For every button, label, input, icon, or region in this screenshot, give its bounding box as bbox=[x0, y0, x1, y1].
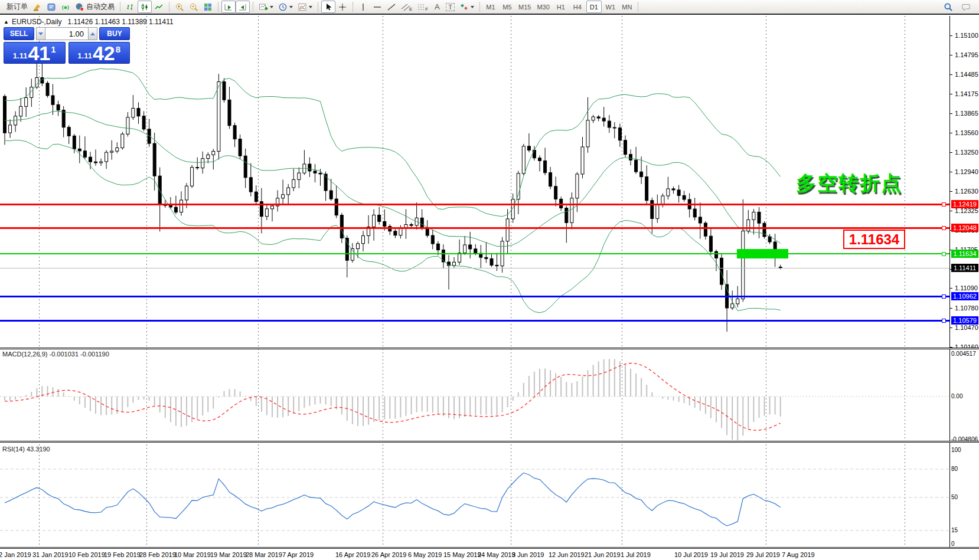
timeframe-m15[interactable]: M15 bbox=[516, 1, 533, 13]
price-tick: 1.13250 bbox=[955, 149, 978, 156]
horizontal-line-1.11634[interactable] bbox=[0, 253, 949, 254]
axis-tick-mark bbox=[950, 55, 952, 55]
horizontal-line-1.12419[interactable] bbox=[0, 204, 949, 205]
price-tick: 1.14795 bbox=[955, 51, 978, 58]
chat-bubble-icon bbox=[961, 2, 971, 12]
chat-button[interactable] bbox=[959, 1, 973, 13]
candlestick-chart-button[interactable] bbox=[138, 1, 152, 13]
date-label: 19 Mar 2019 bbox=[210, 551, 247, 558]
metaeditor-button[interactable] bbox=[44, 1, 58, 13]
line-chart-icon bbox=[154, 2, 164, 12]
price-tick: 1.13865 bbox=[955, 110, 978, 117]
highlight-zone[interactable] bbox=[737, 249, 788, 258]
auto-scroll-button[interactable] bbox=[221, 1, 236, 13]
one-click-trading-panel: SELL 1.00 BUY 1.11411 1.1142 bbox=[4, 27, 130, 64]
horizontal-line-1.10962[interactable] bbox=[0, 296, 949, 297]
rsi-scale-tick: 15 bbox=[951, 527, 958, 533]
turning-point-annotation[interactable]: 多空转折点 bbox=[796, 170, 902, 197]
crosshair-tool-button[interactable] bbox=[335, 1, 350, 13]
sell-price-button[interactable]: 1.11411 bbox=[4, 42, 66, 64]
buy-button[interactable]: BUY bbox=[99, 27, 130, 40]
price-line-label: 1.12048 bbox=[951, 224, 978, 232]
bar-chart-button[interactable] bbox=[123, 1, 138, 13]
auto-trading-icon bbox=[75, 2, 84, 12]
chart-shift-button[interactable] bbox=[236, 1, 250, 13]
new-order-button[interactable]: 新订单 bbox=[2, 1, 30, 13]
templates-button[interactable] bbox=[295, 1, 315, 13]
date-label: 10 Feb 2019 bbox=[68, 551, 105, 558]
templates-dropdown-arrow bbox=[309, 6, 312, 8]
axis-tick-mark bbox=[950, 172, 952, 172]
channel-tool-button[interactable]: E bbox=[399, 1, 415, 13]
time-axis[interactable]: 22 Jan 201931 Jan 201910 Feb 201919 Feb … bbox=[0, 550, 979, 560]
signals-button[interactable] bbox=[58, 1, 73, 13]
date-label: 12 Jun 2019 bbox=[549, 551, 585, 558]
periods-button[interactable] bbox=[276, 1, 295, 13]
axis-tick-mark bbox=[950, 191, 952, 192]
price-tick: 1.13560 bbox=[955, 129, 978, 136]
axis-tick-mark bbox=[950, 113, 952, 114]
price-tick: 1.10160 bbox=[955, 343, 978, 351]
price-tick: 1.12630 bbox=[955, 188, 978, 195]
volume-increase-button[interactable] bbox=[88, 27, 97, 40]
pane-separator[interactable] bbox=[0, 441, 979, 443]
chart-collapse-icon[interactable]: ▲ bbox=[4, 19, 9, 25]
timeframe-w1[interactable]: W1 bbox=[603, 1, 618, 13]
text-label-tool-button[interactable]: T bbox=[443, 1, 457, 13]
chevron-down-icon bbox=[38, 32, 43, 35]
zoom-out-button[interactable] bbox=[187, 1, 201, 13]
auto-trading-button[interactable]: 自动交易 bbox=[73, 1, 117, 13]
rsi-canvas[interactable] bbox=[0, 443, 949, 547]
indicators-icon bbox=[259, 2, 268, 12]
timeframe-m1[interactable]: M1 bbox=[483, 1, 498, 13]
volume-value: 1.00 bbox=[69, 30, 84, 38]
pane-separator[interactable] bbox=[0, 348, 979, 349]
timeframe-m5[interactable]: M5 bbox=[500, 1, 515, 13]
indicators-button[interactable] bbox=[256, 1, 276, 13]
macd-values: -0.001031 -0.001190 bbox=[49, 351, 109, 358]
horizontal-line-1.12048[interactable] bbox=[0, 227, 949, 229]
price-axis[interactable]: 1.151001.147951.144851.141751.138651.135… bbox=[949, 16, 979, 548]
horizontal-line-1.10579[interactable] bbox=[0, 320, 949, 322]
timeframe-mn[interactable]: MN bbox=[619, 1, 635, 13]
timeframe-h1[interactable]: H1 bbox=[553, 1, 569, 13]
cursor-tool-button[interactable] bbox=[321, 1, 335, 13]
search-button[interactable] bbox=[941, 1, 955, 13]
buy-price-button[interactable]: 1.11428 bbox=[68, 42, 130, 64]
axis-tick-mark bbox=[950, 288, 952, 289]
rsi-name: RSI(14) bbox=[2, 446, 25, 453]
level-price-box[interactable]: 1.11634 bbox=[843, 230, 905, 249]
price-line-label: 1.10579 bbox=[951, 316, 978, 325]
arrows-tool-button[interactable] bbox=[457, 1, 477, 13]
toolbar-separator bbox=[638, 2, 638, 12]
date-label: 26 Apr 2019 bbox=[371, 551, 406, 558]
horizontal-line-1.11411[interactable] bbox=[0, 268, 949, 268]
timeframe-h4[interactable]: H4 bbox=[570, 1, 585, 13]
date-label: 19 Jul 2019 bbox=[710, 551, 744, 558]
line-chart-button[interactable] bbox=[152, 1, 166, 13]
rsi-scale-tick: 50 bbox=[951, 494, 958, 500]
tile-windows-button[interactable] bbox=[201, 1, 215, 13]
fibonacci-tool-button[interactable]: F bbox=[415, 1, 430, 13]
trendline-tool-button[interactable] bbox=[384, 1, 399, 13]
zoom-in-button[interactable] bbox=[172, 1, 187, 13]
sell-button[interactable]: SELL bbox=[4, 27, 34, 40]
timeframe-m30[interactable]: M30 bbox=[534, 1, 551, 13]
tile-windows-icon bbox=[203, 2, 213, 12]
buy-price-prefix: 1.11 bbox=[77, 51, 92, 60]
expert-advisors-icon bbox=[32, 2, 42, 12]
rsi-scale-tick: 0 bbox=[951, 541, 955, 547]
timeframe-d1[interactable]: D1 bbox=[586, 1, 602, 13]
arrows-dropdown-arrow bbox=[471, 6, 474, 8]
trendline-icon bbox=[387, 2, 396, 12]
text-tool-button[interactable]: A bbox=[430, 1, 443, 13]
vertical-line-tool-button[interactable] bbox=[356, 1, 370, 13]
volume-field[interactable]: 1.00 bbox=[45, 27, 88, 40]
date-label: 22 Jan 2019 bbox=[0, 551, 31, 558]
horizontal-line-tool-button[interactable] bbox=[370, 1, 384, 13]
macd-canvas[interactable] bbox=[0, 349, 949, 441]
line-end-marker bbox=[942, 252, 946, 256]
auto-trading-label: 自动交易 bbox=[86, 2, 115, 12]
volume-decrease-button[interactable] bbox=[36, 27, 45, 40]
expert-advisors-button[interactable] bbox=[30, 1, 44, 13]
